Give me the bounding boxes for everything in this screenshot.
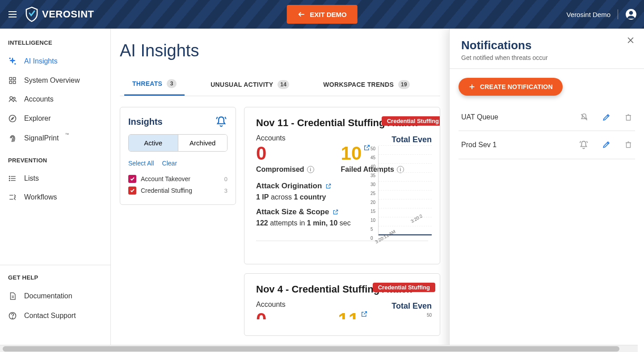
- sidebar-item-documentation[interactable]: Documentation: [0, 286, 110, 306]
- bell-ringing-icon[interactable]: [215, 115, 227, 128]
- insights-filter-panel: Insights Active Archived Select All Clea…: [120, 107, 236, 205]
- notifications-panel: Notifications Get notified when threats …: [449, 29, 644, 352]
- svg-point-7: [15, 64, 16, 64]
- svg-line-37: [607, 115, 609, 117]
- sidebar-item-ai-insights[interactable]: AI Insights: [0, 51, 110, 71]
- svg-rect-10: [9, 81, 12, 84]
- checkbox-icon[interactable]: [128, 175, 136, 183]
- select-all-link[interactable]: Select All: [128, 160, 154, 167]
- content-scroll[interactable]: AI Insights THREATS 3 UNUSUAL ACTIVITY 1…: [111, 29, 449, 352]
- insight-row-credential-stuffing[interactable]: Credential Stuffing 3: [128, 185, 227, 196]
- sidebar-item-contact-support[interactable]: Contact Support: [0, 306, 110, 326]
- sidebar-item-label: Lists: [24, 174, 39, 182]
- svg-point-27: [12, 318, 13, 318]
- svg-point-14: [9, 115, 16, 122]
- delete-icon[interactable]: [624, 113, 632, 122]
- segment-active[interactable]: Active: [129, 135, 178, 151]
- sidebar-item-label: System Overview: [24, 76, 80, 85]
- workflow-icon: [8, 193, 17, 201]
- segmented-active-archived: Active Archived: [128, 134, 227, 152]
- insight-count: 3: [224, 187, 227, 194]
- svg-marker-15: [12, 118, 14, 120]
- notification-item: UAT Queue: [459, 104, 635, 131]
- sidebar-item-label: Workflows: [24, 193, 57, 201]
- sidebar-item-label: Explorer: [24, 115, 51, 123]
- chart-area: Total Even 50: [378, 301, 432, 318]
- delete-icon[interactable]: [624, 140, 632, 150]
- menu-icon[interactable]: [7, 9, 18, 20]
- compromised-count: 0: [256, 144, 314, 163]
- svg-rect-38: [627, 115, 631, 120]
- list-icon: [8, 174, 17, 182]
- sidebar-item-lists[interactable]: Lists: [0, 169, 110, 188]
- sidebar-section-gethelp: GET HELP: [0, 274, 110, 286]
- page-title: AI Insights: [120, 41, 440, 60]
- tab-threats[interactable]: THREATS 3: [124, 73, 185, 96]
- bell-active-icon[interactable]: [579, 140, 589, 150]
- app-header: VEROSINT EXIT DEMO Verosint Demo: [0, 0, 644, 29]
- sidebar-item-accounts[interactable]: Accounts: [0, 90, 110, 109]
- edit-icon[interactable]: [602, 113, 611, 122]
- info-icon[interactable]: i: [307, 166, 314, 173]
- brand-text: VEROSINT: [42, 8, 94, 20]
- sidebar-item-label: SignalPrint: [24, 134, 59, 142]
- svg-point-6: [9, 58, 10, 59]
- close-icon[interactable]: [626, 36, 635, 45]
- svg-line-28: [367, 145, 370, 148]
- sparkle-icon: [8, 57, 17, 66]
- external-link-icon[interactable]: [361, 310, 368, 318]
- dashboard-icon: [8, 76, 17, 85]
- sidebar-item-label: AI Insights: [24, 57, 58, 65]
- horizontal-scrollbar[interactable]: [0, 345, 638, 352]
- brand-logo[interactable]: VEROSINT: [25, 7, 94, 22]
- create-notification-button[interactable]: CREATE NOTIFICATION: [459, 78, 563, 96]
- exit-demo-button[interactable]: EXIT DEMO: [286, 5, 358, 24]
- checkbox-icon[interactable]: [128, 187, 136, 195]
- external-link-icon[interactable]: [325, 183, 332, 189]
- notifications-title: Notifications: [461, 38, 632, 52]
- plus-icon: [468, 83, 476, 90]
- external-link-icon[interactable]: [363, 144, 370, 151]
- tab-label: THREATS: [132, 80, 162, 87]
- exit-demo-label: EXIT DEMO: [310, 11, 347, 18]
- tab-badge: 3: [167, 79, 177, 88]
- chart-area: Total Even 05101520253035404550 3:20:11 …: [378, 135, 432, 243]
- svg-line-29: [328, 184, 331, 186]
- tab-label: UNUSUAL ACTIVITY: [210, 81, 273, 88]
- sidebar-item-label: Accounts: [24, 95, 54, 103]
- separator: [618, 9, 618, 19]
- sidebar-item-explorer[interactable]: Explorer: [0, 109, 110, 128]
- people-icon: [8, 95, 17, 103]
- svg-point-20: [9, 178, 10, 179]
- svg-line-30: [336, 210, 338, 212]
- svg-rect-42: [627, 143, 631, 148]
- notification-item: Prod Sev 1: [459, 131, 635, 159]
- document-icon: [8, 292, 17, 301]
- insight-label: Account Takeover: [141, 175, 190, 182]
- sidebar-item-system-overview[interactable]: System Overview: [0, 71, 110, 90]
- user-avatar-icon[interactable]: [625, 8, 637, 20]
- chart-title: Total Even: [378, 301, 432, 311]
- external-link-icon[interactable]: [333, 209, 339, 215]
- compromised-count: 0: [256, 310, 266, 319]
- clear-link[interactable]: Clear: [162, 160, 177, 167]
- svg-point-5: [629, 11, 633, 15]
- sidebar-item-workflows[interactable]: Workflows: [0, 188, 110, 207]
- tab-badge: 14: [278, 80, 289, 89]
- edit-icon[interactable]: [602, 140, 611, 150]
- account-name[interactable]: Verosint Demo: [567, 11, 610, 18]
- sidebar-item-signalprint[interactable]: SignalPrint™: [0, 128, 110, 148]
- insight-row-account-takeover[interactable]: Account Takeover 0: [128, 173, 227, 185]
- failed-attempts-count: 11: [338, 310, 368, 319]
- insight-count: 0: [224, 176, 227, 182]
- notifications-subtitle: Get notified when threats occur: [461, 54, 632, 61]
- tab-workspace-trends[interactable]: WORKSPACE TRENDS 19: [315, 73, 418, 96]
- sidebar-section-prevention: PREVENTION: [0, 157, 110, 169]
- tab-unusual-activity[interactable]: UNUSUAL ACTIVITY 14: [202, 73, 297, 96]
- segment-archived[interactable]: Archived: [178, 135, 227, 151]
- arrow-left-icon: [297, 10, 305, 18]
- compass-icon: [8, 114, 17, 123]
- shield-icon: [25, 7, 38, 22]
- bell-off-icon[interactable]: [580, 113, 589, 122]
- fingerprint-icon: [8, 134, 17, 143]
